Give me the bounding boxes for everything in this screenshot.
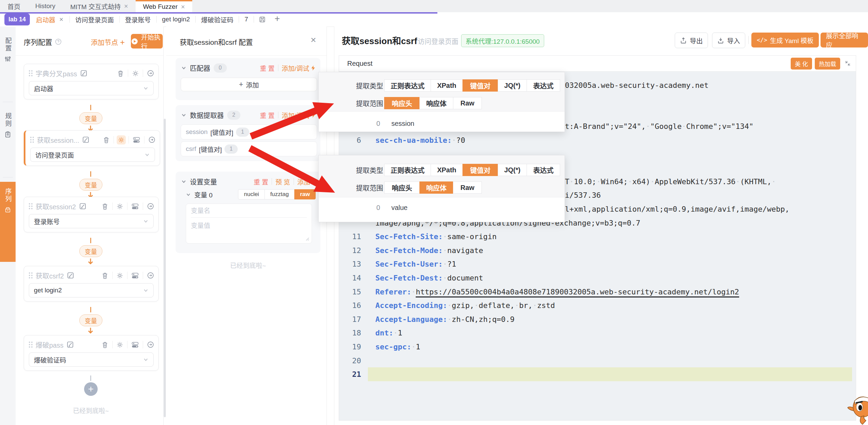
- type-tab-正则表达式[interactable]: 正则表达式: [384, 164, 431, 176]
- fuzzer-tab-get login2[interactable]: get login2: [157, 12, 195, 26]
- type-tab-正则表达式[interactable]: 正则表达式: [384, 79, 431, 92]
- line-number: 15: [339, 285, 361, 299]
- help-icon[interactable]: [55, 38, 62, 45]
- main-tab-Web Fuzzer[interactable]: Web Fuzzer×: [136, 0, 193, 12]
- extractor-popup-value: 提取类型正则表达式XPath键值对JQ(*)表达式提取范围响应头响应体Raw0v…: [318, 155, 565, 222]
- drag-handle[interactable]: [29, 70, 33, 76]
- delete-icon[interactable]: [117, 70, 124, 77]
- editor-row[interactable]: 18dnt:·1: [0, 326, 855, 340]
- main-tab-label: Web Fuzzer: [143, 3, 178, 11]
- side-nav-label: 配置: [3, 37, 13, 52]
- editor-row[interactable]: 12Sec-Fetch-Mode:·navigate: [0, 244, 855, 257]
- http-header-line: Referer:·https://0a5500c004b4a0a4808e718…: [375, 285, 739, 299]
- close-icon[interactable]: ×: [59, 16, 63, 23]
- extractor-entry[interactable]: 0session: [376, 120, 414, 128]
- add-node-circle-button[interactable]: +: [84, 382, 98, 396]
- request-title: 获取session和csrf: [342, 34, 417, 46]
- chevron-down-icon[interactable]: [181, 65, 186, 71]
- goto-icon[interactable]: [147, 70, 154, 77]
- extractors-add-debug-button[interactable]: 添加/调试: [282, 111, 316, 120]
- side-nav-配置[interactable]: 配置: [0, 31, 16, 111]
- type-tab-XPath[interactable]: XPath: [431, 164, 463, 176]
- fuzzer-tab-active[interactable]: 启动器×: [30, 12, 70, 26]
- editor-row[interactable]: 15Referer:·https://0a5500c004b4a0a4808e7…: [0, 285, 855, 299]
- close-icon[interactable]: ×: [124, 2, 128, 10]
- divider: [143, 70, 143, 77]
- type-tab-键值对[interactable]: 键值对: [462, 164, 498, 176]
- fuzzer-tab-bar: lab 14启动器×访问登录页面登录账号get login2爆破验证码7+: [0, 12, 868, 27]
- main-tab-首页[interactable]: 首页: [0, 0, 28, 12]
- main-tab-History[interactable]: History: [28, 0, 63, 12]
- http-header-line: sec-ch-ua-mobile:·?0: [375, 133, 465, 147]
- connector-line: [90, 105, 91, 110]
- editor-row[interactable]: 19sec-gpc:·1: [0, 340, 855, 354]
- editor-row[interactable]: 14Sec-Fetch-Dest:·document: [0, 271, 855, 285]
- editor-row[interactable]: 17Accept-Language:·zh-CN,zh;q=0.9: [0, 312, 855, 326]
- scope-tab-响应头[interactable]: 响应头: [384, 97, 420, 109]
- node-request-select[interactable]: 访问登录页面: [30, 148, 155, 162]
- type-tab-表达式[interactable]: 表达式: [527, 164, 560, 176]
- extractor-entry[interactable]: 0value: [376, 204, 408, 212]
- new-tab-icon[interactable]: +: [271, 14, 284, 24]
- matchers-reset-button[interactable]: 重 置: [260, 63, 274, 73]
- main-tab-MITM 交互式劫持[interactable]: MITM 交互式劫持×: [63, 0, 136, 12]
- extractors-reset-button[interactable]: 重 置: [260, 111, 274, 120]
- line-number: 16: [339, 298, 361, 312]
- import-icon: [717, 37, 724, 44]
- line-number: 21: [339, 367, 361, 381]
- scope-tab-响应头[interactable]: 响应头: [384, 181, 420, 194]
- matchers-add-debug-button[interactable]: 添加/调试: [282, 63, 316, 73]
- add-node-label: 添加节点: [91, 37, 118, 47]
- http-header-line: dnt:·1: [375, 326, 402, 340]
- fuzzer-tab-爆破验证码[interactable]: 爆破验证码: [196, 12, 239, 26]
- type-label: 提取类型: [319, 165, 383, 175]
- extractor-name: value: [391, 204, 408, 211]
- type-tab-JQ(*)[interactable]: JQ(*): [498, 79, 527, 92]
- export-button[interactable]: 导出: [675, 33, 708, 48]
- scope-tab-Raw[interactable]: Raw: [453, 181, 482, 194]
- beautify-button[interactable]: 美 化: [791, 58, 812, 70]
- fuzzer-tab-访问登录页面[interactable]: 访问登录页面: [70, 12, 119, 26]
- request-tab[interactable]: Request: [347, 60, 373, 67]
- sliders-icon: [4, 56, 11, 62]
- line-number: 12: [339, 244, 361, 257]
- close-icon[interactable]: ×: [181, 3, 185, 11]
- type-tab-表达式[interactable]: 表达式: [527, 79, 560, 92]
- gear-icon[interactable]: [132, 70, 139, 77]
- collapse-icon[interactable]: [844, 60, 851, 67]
- close-icon[interactable]: ×: [311, 35, 316, 45]
- show-all-responses-button[interactable]: 展示全部响应: [821, 33, 868, 47]
- editor-row[interactable]: 11Sec-Fetch-Site:·same-origin: [0, 230, 855, 244]
- editor-row[interactable]: 6sec-ch-ua-mobile:·?0: [0, 133, 855, 147]
- fuzzer-tab-登录账号[interactable]: 登录账号: [120, 12, 156, 26]
- extractors-count-badge: 2: [227, 111, 240, 120]
- type-tab-XPath[interactable]: XPath: [431, 79, 463, 92]
- occluded-line-fragment: t:A-Brand";v="24",·"Google·Chrome";v="13…: [565, 119, 753, 133]
- editor-row[interactable]: 20: [0, 354, 855, 368]
- add-node-button[interactable]: 添加节点 +: [91, 37, 125, 47]
- import-button[interactable]: 导入: [712, 33, 745, 48]
- http-header-line: Sec-Fetch-Site:·same-origin: [375, 230, 497, 244]
- line-number: 17: [339, 312, 361, 326]
- proxy-badge: 系统代理:127.0.0.1:65000: [461, 34, 544, 47]
- type-tab-JQ(*)[interactable]: JQ(*): [498, 164, 527, 176]
- save-icon[interactable]: [254, 16, 271, 23]
- hot-reload-button[interactable]: 热加载: [815, 58, 840, 70]
- run-button[interactable]: 开始执行: [131, 34, 163, 49]
- editor-row[interactable]: 16Accept-Encoding:·gzip,·deflate,·br,·zs…: [0, 298, 855, 312]
- edit-icon[interactable]: [80, 70, 87, 77]
- scope-tab-响应体[interactable]: 响应体: [419, 181, 453, 194]
- fuzzer-group-badge[interactable]: lab 14: [4, 14, 30, 25]
- generate-yaml-label: 生成 Yaml 模板: [770, 36, 813, 45]
- sequence-title: 序列配置: [24, 37, 62, 47]
- scope-tab-Raw[interactable]: Raw: [453, 97, 482, 109]
- type-tab-键值对[interactable]: 键值对: [462, 79, 498, 92]
- chevron-down-icon[interactable]: [181, 112, 186, 118]
- editor-row[interactable]: 21: [0, 367, 855, 381]
- http-header-line: Sec-Fetch-Mode:·navigate: [375, 244, 483, 257]
- main-tab-label: History: [35, 2, 55, 10]
- fuzzer-tab-7[interactable]: 7: [239, 12, 254, 26]
- scope-tab-响应体[interactable]: 响应体: [419, 97, 453, 109]
- generate-yaml-button[interactable]: </> 生成 Yaml 模板: [751, 33, 819, 47]
- editor-row[interactable]: 13Sec-Fetch-User:·?1: [0, 257, 855, 271]
